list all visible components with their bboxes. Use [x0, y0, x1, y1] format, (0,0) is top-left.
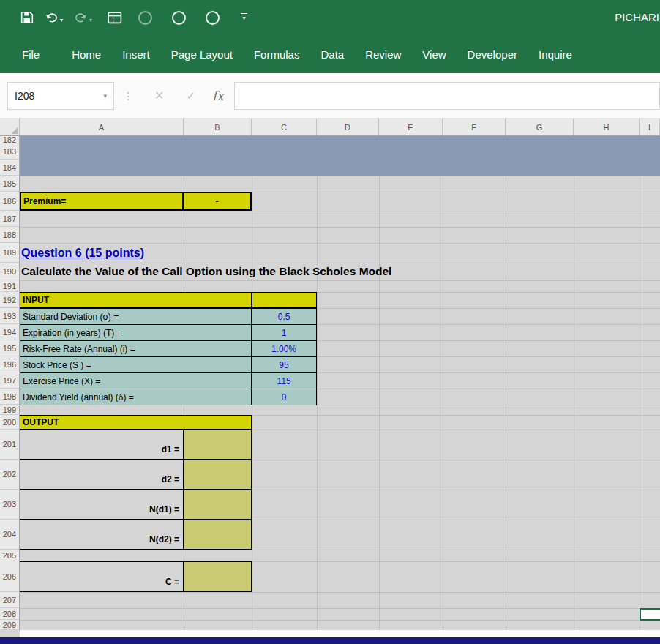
cell-exerciseprice-value[interactable]: 115 [252, 373, 317, 389]
qat-circle-button-1[interactable] [138, 11, 152, 25]
cell-stddev-label[interactable]: Standard Deviation (σ) = [20, 309, 252, 325]
cell-stockprice-label[interactable]: Stock Price (S ) = [20, 357, 252, 373]
row-header-200[interactable]: 200 [0, 415, 19, 430]
cancel-icon[interactable]: ✕ [154, 89, 164, 102]
row-header-195[interactable]: 195 [0, 340, 19, 356]
cell-stddev-value[interactable]: 0.5 [252, 309, 317, 325]
blue-banner-cells[interactable] [20, 136, 660, 176]
tab-data[interactable]: Data [320, 48, 344, 61]
tab-review[interactable]: Review [365, 48, 401, 61]
output-row-d1: d1 = [20, 430, 252, 460]
name-box[interactable]: I208 ▾ [7, 82, 114, 110]
cell-nd1-label[interactable]: N(d1) = [20, 490, 184, 519]
redo-dropdown-icon[interactable]: ▾ [89, 17, 92, 24]
cell-dividend-label[interactable]: Dividend Yield (annual) (δ) = [20, 389, 252, 405]
column-header-D[interactable]: D [317, 119, 379, 135]
cell-output-header[interactable]: OUTPUT [20, 415, 252, 430]
insert-function-icon[interactable]: fx [212, 89, 224, 103]
column-header-C[interactable]: C [252, 119, 317, 135]
row-header-192[interactable]: 192 [0, 292, 19, 308]
column-header-G[interactable]: G [506, 119, 574, 135]
tab-developer[interactable]: Developer [468, 48, 517, 61]
cell-d1-value[interactable] [184, 430, 251, 459]
cell-riskfree-value[interactable]: 1.00% [252, 341, 317, 357]
row-header-202[interactable]: 202 [0, 460, 19, 490]
column-header-F[interactable]: F [443, 119, 506, 135]
cell-nd2-value[interactable] [184, 520, 251, 549]
input-row: Stock Price (S ) = 95 [20, 357, 317, 373]
active-cell-I208[interactable] [640, 608, 660, 621]
tab-file[interactable]: File [22, 48, 40, 61]
cell-input-header-c[interactable] [252, 292, 317, 308]
row-header-204[interactable]: 204 [0, 520, 19, 550]
cell-expiration-value[interactable]: 1 [252, 325, 317, 341]
tab-insert[interactable]: Insert [122, 48, 150, 61]
name-box-dropdown-icon[interactable]: ▾ [97, 92, 113, 100]
spreadsheet-grid[interactable]: Premium= - Question 6 (15 points) Calcul… [0, 136, 660, 644]
gridline-horizontal [20, 280, 660, 281]
row-header-193[interactable]: 193 [0, 308, 19, 324]
save-button[interactable] [20, 11, 34, 24]
column-header-E[interactable]: E [379, 119, 443, 135]
cell-d1-label[interactable]: d1 = [20, 430, 184, 459]
column-header-H[interactable]: H [574, 119, 640, 135]
cell-nd1-value[interactable] [184, 490, 251, 519]
cell-stockprice-value[interactable]: 95 [252, 357, 317, 373]
row-header-194[interactable]: 194 [0, 324, 19, 340]
row-header-208[interactable]: 208 [0, 608, 19, 620]
cell-expiration-label[interactable]: Expiration (in years) (T) = [20, 325, 252, 341]
undo-dropdown-icon[interactable]: ▾ [60, 17, 63, 24]
row-209-white-band[interactable] [20, 630, 660, 637]
cell-input-header[interactable]: INPUT [20, 292, 252, 308]
row-header-185[interactable]: 185 [0, 176, 19, 192]
row-header-205[interactable]: 205 [0, 550, 19, 561]
customize-qat-dropdown[interactable]: ▾ [241, 13, 247, 22]
row-header-187[interactable]: 187 [0, 211, 19, 227]
tab-formulas[interactable]: Formulas [254, 48, 300, 61]
cell-c-label[interactable]: C = [20, 562, 184, 591]
cell-premium-value[interactable]: - [184, 193, 250, 209]
row-header-191[interactable]: 191 [0, 280, 19, 292]
cell-d2-label[interactable]: d2 = [20, 460, 184, 489]
row-header-201[interactable]: 201 [0, 430, 19, 460]
cell-d2-value[interactable] [184, 460, 251, 489]
row-header-188[interactable]: 188 [0, 227, 19, 243]
tab-page-layout[interactable]: Page Layout [171, 48, 233, 61]
redo-button[interactable]: ▾ [74, 12, 92, 24]
column-header-I[interactable]: I [640, 119, 660, 135]
row-header-197[interactable]: 197 [0, 372, 19, 389]
cell-question-heading[interactable]: Question 6 (15 points) [21, 243, 144, 263]
column-header-A[interactable]: A [20, 119, 184, 135]
row-header-207[interactable]: 207 [0, 592, 19, 608]
tab-inquire[interactable]: Inquire [539, 48, 572, 61]
cell-premium-label[interactable]: Premium= [21, 193, 184, 209]
row-header-189[interactable]: 189 [0, 243, 19, 263]
row-header-186[interactable]: 186 [0, 192, 19, 211]
column-header-B[interactable]: B [184, 119, 252, 135]
undo-button[interactable]: ▾ [45, 12, 63, 24]
row-header-182[interactable]: 182 [0, 136, 19, 143]
row-header-183[interactable]: 183 [0, 143, 19, 160]
qat-circle-button-2[interactable] [172, 11, 186, 25]
row-header-209[interactable]: 209 [0, 620, 19, 630]
cell-riskfree-label[interactable]: Risk-Free Rate (Annual) (i) = [20, 341, 252, 357]
formula-input[interactable] [234, 82, 660, 110]
row-header-190[interactable]: 190 [0, 263, 19, 280]
enter-icon[interactable]: ✓ [186, 89, 195, 102]
cell-exerciseprice-label[interactable]: Exercise Price (X) = [20, 373, 252, 389]
row-header-184[interactable]: 184 [0, 160, 19, 176]
cell-question-subtitle[interactable]: Calculate the Value of the Call Option u… [21, 262, 391, 280]
select-all-corner[interactable] [0, 119, 20, 135]
tab-home[interactable]: Home [72, 48, 101, 61]
table-view-button[interactable] [108, 12, 122, 24]
qat-circle-button-3[interactable] [206, 11, 220, 25]
cell-dividend-value[interactable]: 0 [252, 389, 317, 405]
row-header-206[interactable]: 206 [0, 561, 19, 592]
row-header-196[interactable]: 196 [0, 356, 19, 372]
tab-view[interactable]: View [422, 48, 446, 61]
row-header-199[interactable]: 199 [0, 405, 19, 415]
row-header-198[interactable]: 198 [0, 389, 19, 405]
row-header-203[interactable]: 203 [0, 490, 19, 520]
cell-c-value[interactable] [184, 562, 251, 591]
cell-nd2-label[interactable]: N(d2) = [20, 520, 184, 549]
